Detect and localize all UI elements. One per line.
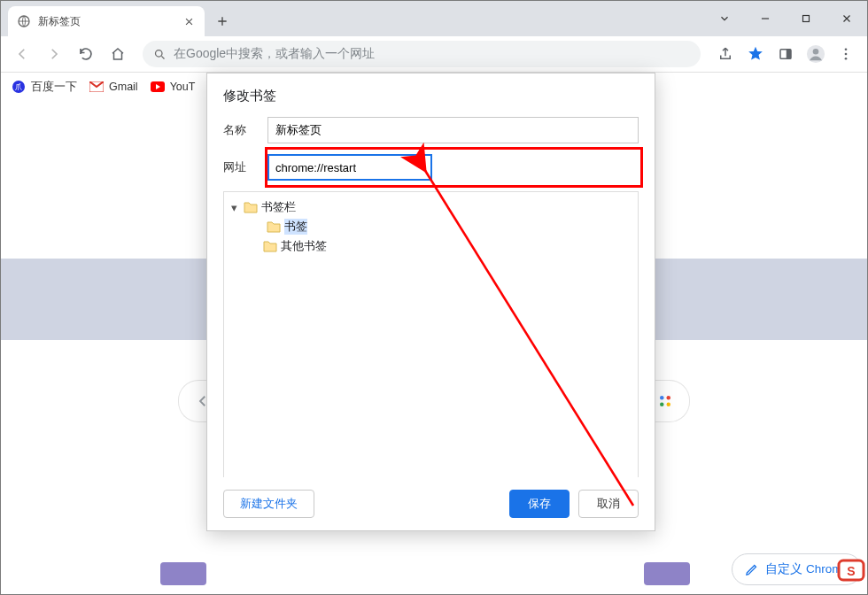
- bookmark-label: Gmail: [109, 81, 138, 93]
- dialog-title: 修改书签: [207, 73, 655, 117]
- back-button[interactable]: [8, 40, 36, 68]
- tab-close-button[interactable]: [182, 14, 196, 28]
- tree-label: 其他书签: [281, 238, 327, 254]
- share-icon[interactable]: [711, 40, 740, 68]
- svg-text:S: S: [847, 564, 855, 578]
- search-icon: [153, 48, 167, 61]
- field-name-row: 名称: [223, 117, 639, 143]
- tree-label: 书签栏: [261, 199, 296, 215]
- window-controls: [704, 1, 867, 36]
- tree-row-child[interactable]: 书签: [228, 217, 634, 236]
- svg-point-6: [813, 49, 819, 55]
- bookmark-gmail[interactable]: Gmail: [89, 81, 138, 93]
- tab-newtab[interactable]: 新标签页: [8, 6, 205, 36]
- window-minimize-button[interactable]: [745, 4, 786, 33]
- svg-rect-4: [787, 50, 791, 59]
- address-bar-placeholder: 在Google中搜索，或者输入一个网址: [174, 46, 375, 62]
- edit-bookmark-dialog: 修改书签 名称 网址 ▾ 书签栏: [206, 73, 655, 531]
- folder-icon: [244, 201, 258, 213]
- tab-strip: 新标签页: [1, 1, 867, 36]
- url-label: 网址: [223, 159, 267, 175]
- toolbar: 在Google中搜索，或者输入一个网址: [1, 36, 867, 73]
- browser-window: 新标签页 在Google中搜索，或者输入一个网址: [0, 0, 868, 595]
- tree-row-other[interactable]: 其他书签: [228, 236, 634, 256]
- dialog-body: 名称 网址 ▾ 书签栏 书签: [207, 117, 655, 477]
- svg-point-15: [667, 396, 671, 400]
- youtube-icon: [151, 81, 165, 92]
- svg-point-17: [667, 403, 671, 407]
- svg-rect-1: [803, 16, 810, 22]
- bookmark-baidu[interactable]: 爪 百度一下: [12, 80, 77, 95]
- baidu-icon: 爪: [12, 80, 26, 94]
- home-button[interactable]: [104, 40, 132, 68]
- bookmark-star-icon[interactable]: [741, 40, 770, 68]
- cancel-button[interactable]: 取消: [578, 490, 639, 518]
- ntp-shortcut[interactable]: [644, 562, 690, 585]
- chevron-down-icon[interactable]: ▾: [228, 201, 240, 214]
- folder-icon: [263, 240, 277, 252]
- field-url-row: 网址: [223, 154, 639, 181]
- tree-row-root[interactable]: ▾ 书签栏: [228, 197, 634, 217]
- side-panel-icon[interactable]: [771, 40, 800, 68]
- bookmark-label: YouT: [170, 81, 196, 93]
- dialog-footer: 新建文件夹 保存 取消: [207, 477, 655, 530]
- folder-icon: [267, 220, 281, 233]
- forward-button[interactable]: [40, 40, 68, 68]
- new-tab-button[interactable]: [210, 9, 235, 34]
- gmail-icon: [89, 81, 104, 92]
- svg-point-7: [845, 48, 848, 50]
- bookmark-label: 百度一下: [31, 80, 77, 95]
- bookmark-youtube[interactable]: YouT: [151, 81, 196, 93]
- svg-point-16: [660, 403, 664, 407]
- save-button[interactable]: 保存: [509, 490, 570, 518]
- kebab-menu-button[interactable]: [832, 40, 860, 68]
- svg-point-8: [845, 53, 848, 56]
- toolbar-right: [711, 40, 860, 68]
- tab-title: 新标签页: [38, 14, 174, 29]
- window-caret-down-icon[interactable]: [704, 4, 745, 33]
- name-input[interactable]: [267, 117, 639, 143]
- svg-point-14: [660, 396, 664, 400]
- svg-text:爪: 爪: [15, 83, 22, 91]
- ime-indicator-icon[interactable]: S: [835, 557, 867, 583]
- svg-point-9: [845, 58, 848, 60]
- svg-point-2: [156, 50, 163, 57]
- reload-button[interactable]: [72, 40, 100, 68]
- ntp-shortcut[interactable]: [160, 562, 206, 585]
- profile-avatar-icon[interactable]: [802, 40, 830, 68]
- folder-tree[interactable]: ▾ 书签栏 书签 其他书签: [223, 191, 639, 477]
- pencil-icon: [745, 563, 758, 576]
- tree-label: 书签: [284, 219, 307, 235]
- address-bar[interactable]: 在Google中搜索，或者输入一个网址: [143, 41, 701, 67]
- globe-icon: [17, 14, 31, 28]
- new-folder-button[interactable]: 新建文件夹: [223, 490, 314, 518]
- url-input[interactable]: [267, 154, 432, 181]
- window-close-button[interactable]: [826, 4, 867, 33]
- window-maximize-button[interactable]: [786, 4, 826, 33]
- name-label: 名称: [223, 122, 267, 138]
